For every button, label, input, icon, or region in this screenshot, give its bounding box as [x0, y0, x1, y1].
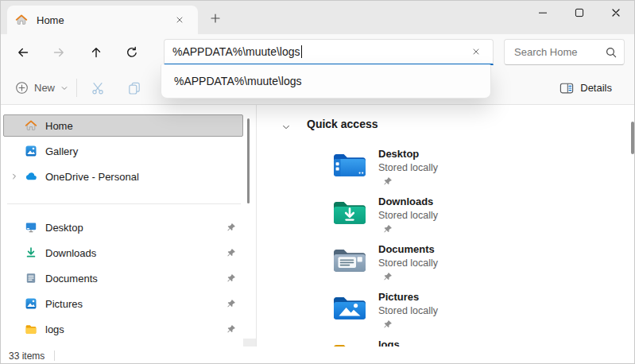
- details-button[interactable]: Details: [555, 76, 617, 100]
- pin-icon: [383, 224, 438, 234]
- chevron-down-icon: [60, 84, 68, 92]
- details-label: Details: [580, 82, 612, 94]
- close-icon: [175, 15, 184, 25]
- tab-home[interactable]: Home: [7, 6, 198, 34]
- folder-icon: [25, 323, 37, 335]
- cut-button[interactable]: [85, 76, 110, 100]
- section-title: Quick access: [307, 118, 378, 130]
- back-button[interactable]: [10, 40, 36, 65]
- file-item-status: Stored locally: [378, 161, 438, 174]
- file-item-downloads[interactable]: Downloads Stored locally: [332, 196, 594, 242]
- sidebar-divider: [7, 203, 241, 204]
- back-arrow-icon: [17, 46, 29, 59]
- sidebar-scrollbar[interactable]: [247, 118, 250, 203]
- pin-icon: [227, 248, 236, 258]
- sidebar-item-downloads[interactable]: Downloads: [3, 242, 243, 264]
- copy-button[interactable]: [122, 76, 147, 100]
- refresh-icon: [126, 46, 138, 59]
- folder-desktop-icon: [332, 149, 367, 178]
- home-icon: [15, 14, 28, 26]
- new-button-label: New: [34, 82, 55, 94]
- window-controls: [525, 1, 634, 25]
- file-item-name: Pictures: [378, 291, 438, 304]
- status-bar: 33 items: [1, 347, 634, 364]
- sidebar-item-logs[interactable]: logs: [3, 318, 243, 340]
- pin-icon: [383, 272, 438, 281]
- search-input[interactable]: [514, 46, 605, 58]
- expand-chevron[interactable]: [4, 172, 25, 180]
- folder-pictures-icon: [332, 292, 367, 321]
- file-item-name: Downloads: [378, 196, 438, 208]
- desktop-icon: [25, 221, 37, 234]
- content-area: Home Gallery OneDrive - Personal Desktop: [1, 105, 635, 347]
- sidebar-item-label: Documents: [45, 273, 98, 285]
- items-count: 33 items: [9, 350, 45, 362]
- file-item-pictures[interactable]: Pictures Stored locally: [332, 291, 594, 337]
- title-bar: Home: [1, 1, 634, 34]
- plus-icon: [209, 12, 222, 25]
- sidebar-item-gallery[interactable]: Gallery: [3, 140, 243, 162]
- pin-icon: [227, 223, 236, 232]
- search-box[interactable]: [504, 39, 625, 65]
- file-item-desktop[interactable]: Desktop Stored locally: [332, 148, 594, 194]
- gallery-icon: [25, 145, 37, 157]
- file-explorer-window: Home: [0, 0, 635, 364]
- new-button[interactable]: New: [9, 76, 75, 100]
- pin-icon: [383, 319, 438, 329]
- pin-icon: [383, 176, 438, 186]
- pin-icon: [227, 324, 236, 334]
- new-tab-button[interactable]: [204, 7, 227, 29]
- up-arrow-icon: [90, 46, 103, 59]
- pin-icon: [227, 299, 236, 308]
- refresh-button[interactable]: [119, 40, 145, 65]
- copy-icon: [127, 81, 141, 95]
- file-item-name: Desktop: [378, 148, 438, 161]
- close-icon: [610, 6, 622, 19]
- maximize-button[interactable]: [561, 1, 598, 25]
- documents-icon: [25, 272, 37, 285]
- sidebar-item-label: OneDrive - Personal: [45, 171, 139, 183]
- sidebar-item-label: Desktop: [45, 222, 83, 234]
- file-item-documents[interactable]: Documents Stored locally: [332, 243, 594, 289]
- address-suggestion-item[interactable]: %APPDATA%\muute\logs: [165, 67, 487, 95]
- sidebar-item-onedrive[interactable]: OneDrive - Personal: [3, 165, 243, 188]
- address-bar[interactable]: %APPDATA%\muute\logs: [164, 39, 494, 65]
- sidebar-item-label: Home: [45, 120, 73, 132]
- file-item-status: Stored locally: [378, 257, 438, 269]
- status-divider: [54, 350, 55, 361]
- section-collapse-button[interactable]: [276, 119, 296, 135]
- tab-close-button[interactable]: [171, 11, 188, 29]
- text-cursor: [301, 45, 302, 58]
- file-item-status: Stored locally: [378, 304, 438, 317]
- sidebar-item-desktop[interactable]: Desktop: [3, 216, 243, 238]
- sidebar-item-label: logs: [45, 323, 64, 335]
- file-item-status: Stored locally: [378, 209, 438, 222]
- chevron-right-icon: [10, 172, 18, 180]
- maximize-icon: [573, 6, 586, 19]
- folder-documents-icon: [332, 245, 367, 273]
- tab-label: Home: [37, 14, 64, 26]
- file-item-name: logs: [378, 339, 400, 347]
- sidebar-item-documents[interactable]: Documents: [3, 267, 243, 289]
- forward-button[interactable]: [46, 40, 72, 65]
- address-suggestion-dropdown: %APPDATA%\muute\logs: [161, 64, 491, 99]
- downloads-icon: [25, 246, 37, 259]
- minimize-icon: [536, 6, 549, 19]
- address-clear-button[interactable]: [467, 43, 485, 60]
- search-icon: [605, 46, 618, 59]
- file-item-name: Documents: [378, 243, 438, 256]
- toolbar-divider: [76, 79, 77, 97]
- sidebar-item-pictures[interactable]: Pictures: [3, 292, 243, 315]
- up-button[interactable]: [83, 40, 109, 65]
- close-window-button[interactable]: [598, 1, 634, 25]
- pin-icon: [227, 273, 236, 283]
- sidebar-item-home[interactable]: Home: [3, 114, 243, 137]
- file-list-scrollbar[interactable]: [631, 122, 634, 154]
- sidebar-item-label: Gallery: [45, 145, 78, 157]
- plus-circle-icon: [15, 81, 29, 95]
- folder-logs-icon: [332, 340, 367, 347]
- file-item-logs[interactable]: logs: [332, 339, 594, 347]
- clear-x-icon: [471, 47, 481, 56]
- minimize-button[interactable]: [525, 1, 561, 25]
- pictures-icon: [25, 297, 37, 310]
